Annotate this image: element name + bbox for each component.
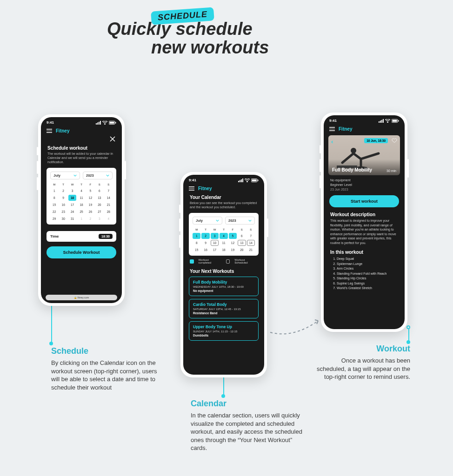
calendar-day[interactable]: 2	[201, 233, 209, 239]
workout-card-meta: SUNDAY JULY 14TH, 11:15 - 12:15	[193, 330, 254, 333]
calendar-day[interactable]: 13	[238, 240, 246, 246]
calendar-day[interactable]: 15	[50, 202, 58, 208]
calendar-day[interactable]: 14	[247, 240, 255, 246]
menu-icon[interactable]	[47, 129, 52, 133]
workout-card-title: Full Body Mobility	[193, 280, 254, 284]
workout-hero: ‹ 10 Jun, 18:30 Full Body Mobility 30 mi…	[328, 135, 400, 175]
calendar-day[interactable]: 22	[50, 209, 58, 215]
calendar-day[interactable]: 1	[77, 216, 85, 222]
workout-meta: No equipment Beginner Level 23 Jun 2023	[324, 175, 405, 192]
calendar-day[interactable]: 2	[87, 216, 94, 222]
calendar-day[interactable]: 30	[59, 216, 67, 222]
calendar-day[interactable]: 25	[77, 209, 85, 215]
calendar-day[interactable]: 17	[68, 202, 76, 208]
calendar-day[interactable]: 9	[59, 195, 67, 201]
calendar-day[interactable]: 2	[59, 188, 67, 194]
calendar-day[interactable]: 3	[211, 233, 219, 239]
calendar-picker: July 2023 MTWTFSS12345678910111213141516…	[47, 168, 116, 225]
favorite-icon[interactable]	[392, 138, 397, 144]
calendar-day[interactable]: 19	[87, 202, 94, 208]
connector-dot	[49, 342, 53, 345]
calendar-day[interactable]: 11	[220, 240, 227, 246]
menu-icon[interactable]	[329, 127, 335, 131]
calendar-day[interactable]: 4	[77, 188, 85, 194]
battery-icon	[251, 178, 259, 182]
calendar-day[interactable]: 6	[95, 188, 103, 194]
calendar-day[interactable]: 12	[229, 240, 237, 246]
workout-card[interactable]: Cardio Total BodySATURDAY JULY 13TH, 12:…	[189, 299, 259, 318]
calendar-day[interactable]: 23	[59, 209, 67, 215]
calendar-day[interactable]: 28	[105, 209, 113, 215]
start-workout-button[interactable]: Start workout	[329, 195, 399, 207]
calendar-day[interactable]: 26	[87, 209, 94, 215]
calendar-day[interactable]: 19	[229, 247, 237, 253]
calendar-day[interactable]: 20	[238, 247, 246, 253]
schedule-tag: 10 Jun, 18:30	[364, 138, 388, 143]
exercise-item: World's Greatest Stretch	[337, 286, 398, 291]
svg-rect-3	[100, 121, 101, 125]
calendar-day[interactable]: 20	[95, 202, 103, 208]
time-picker[interactable]: Time 18:30	[47, 231, 116, 242]
calendar-day[interactable]: 11	[77, 195, 85, 201]
calendar-day[interactable]: 31	[68, 216, 76, 222]
calendar-day[interactable]: 14	[105, 195, 113, 201]
app-bar: Fitney	[41, 126, 122, 136]
close-icon[interactable]	[110, 136, 115, 143]
calendar-day[interactable]: 12	[87, 195, 94, 201]
calendar-day[interactable]: 17	[211, 247, 219, 253]
calendar-dow: F	[87, 182, 94, 187]
calendar-day[interactable]: 4	[105, 216, 113, 222]
calendar-dow: F	[229, 227, 237, 232]
calendar-day[interactable]: 13	[95, 195, 103, 201]
calendar-day[interactable]: 1	[50, 188, 58, 194]
status-bar: 9:41	[41, 117, 122, 126]
calendar-day[interactable]: 21	[105, 202, 113, 208]
svg-rect-1	[97, 122, 98, 125]
svg-rect-7	[238, 181, 239, 182]
workout-card[interactable]: Full Body MobilityWEDNESDAY JULY 10TH, 1…	[189, 277, 259, 296]
app-bar: Fitney	[183, 184, 264, 194]
calendar-day[interactable]: 7	[247, 233, 255, 239]
calendar-dow: M	[193, 227, 200, 232]
calendar-day[interactable]: 16	[201, 247, 209, 253]
svg-rect-16	[381, 120, 382, 123]
calendar-day[interactable]: 7	[105, 188, 113, 194]
calendar-day[interactable]: 5	[229, 233, 237, 239]
schedule-title: Schedule workout	[41, 143, 122, 151]
calendar-day[interactable]: 18	[77, 202, 85, 208]
calendar-day[interactable]: 6	[238, 233, 246, 239]
calendar-day[interactable]: 8	[50, 195, 58, 201]
caption-body: Once a workout has been scheduled, a tag…	[313, 357, 410, 381]
in-this-workout-title: In this workout	[324, 245, 405, 257]
back-icon[interactable]: ‹	[331, 138, 333, 145]
calendar-day[interactable]: 10	[68, 195, 76, 201]
calendar-overview: July 2023 MTWTFSS12345678910111213141516…	[189, 213, 259, 256]
menu-icon[interactable]	[189, 186, 194, 191]
calendar-day[interactable]: 5	[87, 188, 94, 194]
calendar-day[interactable]: 3	[95, 216, 103, 222]
workout-title: Full Body Mobility	[332, 167, 372, 172]
workout-card[interactable]: Upper Body Tone UpSUNDAY JULY 14TH, 11:1…	[189, 321, 259, 341]
phone-workout: 9:41 Fitney ‹ 10 Jun, 18:30 Full Body Mo…	[321, 112, 407, 332]
calendar-day[interactable]: 10	[211, 240, 219, 246]
month-select[interactable]: July	[193, 217, 222, 225]
calendar-day[interactable]: 16	[59, 202, 67, 208]
connector-line	[408, 328, 409, 342]
calendar-day[interactable]: 18	[220, 247, 227, 253]
year-select[interactable]: 2023	[83, 172, 113, 179]
calendar-day[interactable]: 4	[220, 233, 227, 239]
calendar-day[interactable]: 1	[193, 233, 200, 239]
calendar-day[interactable]: 8	[193, 240, 200, 246]
calendar-day[interactable]: 24	[68, 209, 76, 215]
battery-icon	[392, 119, 399, 123]
calendar-day[interactable]: 9	[201, 240, 209, 246]
svg-rect-19	[393, 120, 397, 122]
calendar-day[interactable]: 27	[95, 209, 103, 215]
calendar-day[interactable]: 21	[247, 247, 255, 253]
month-select[interactable]: July	[50, 172, 80, 179]
calendar-day[interactable]: 15	[193, 247, 200, 253]
schedule-workout-button[interactable]: Schedule Workout	[47, 246, 116, 258]
calendar-day[interactable]: 3	[68, 188, 76, 194]
year-select[interactable]: 2023	[225, 217, 255, 225]
calendar-day[interactable]: 29	[50, 216, 58, 222]
